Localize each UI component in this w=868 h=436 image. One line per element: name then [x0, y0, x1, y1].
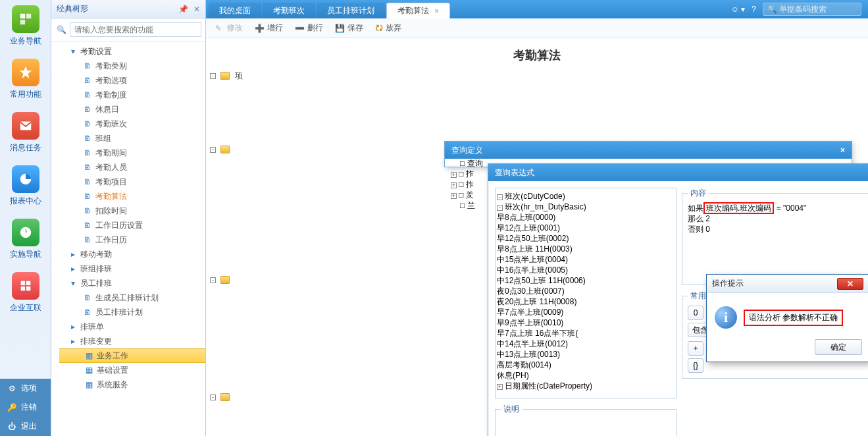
tree-cat-system[interactable]: ▦系统服务 [59, 377, 205, 392]
field-item[interactable]: 休息(PH) [497, 370, 675, 381]
tree-group[interactable]: ▸移动考勤 [59, 247, 205, 261]
op-sym[interactable]: {} [688, 358, 703, 373]
desc-legend: 说明 [501, 404, 522, 415]
tree-item[interactable]: 🗎考勤班次 [59, 117, 205, 131]
file-icon: 🗎 [83, 105, 92, 114]
tab-shift[interactable]: 考勤班次 [263, 3, 315, 18]
page-title: 考勤算法 [206, 38, 868, 70]
grid-icon: ▦ [84, 351, 93, 360]
pin-icon[interactable]: 📌 [178, 5, 188, 14]
barcode-search[interactable]: 🔍 单据条码搜索 [763, 3, 861, 16]
svg-rect-0 [20, 14, 24, 18]
tree-item[interactable]: 🗎扣除时间 [59, 204, 205, 218]
tree-group[interactable]: ▸排班变更 [59, 334, 205, 348]
nav-label: 业务导航 [0, 36, 51, 47]
msgbox-text: 语法分析 参数解析不正确 [744, 310, 843, 326]
field-item[interactable]: 夜0点30上班(0007) [497, 286, 675, 296]
field-item[interactable]: 早8点上班 11H(0003) [497, 244, 675, 254]
tree-item[interactable]: 🗎休息日 [59, 102, 205, 117]
tree-item[interactable]: 🗎考勤选项 [59, 73, 205, 88]
tab-schedule[interactable]: 员工排班计划 [317, 3, 385, 18]
tree-item[interactable]: 🗎工作日历 [59, 232, 205, 247]
nav-reports[interactable]: 报表中心 [0, 160, 51, 213]
tree-group[interactable]: ▸班组排班 [59, 261, 205, 276]
exit-icon: ⏻ [7, 422, 17, 432]
file-icon: 🗎 [83, 293, 92, 302]
tree-cat-business[interactable]: ▦业务工作 [59, 348, 205, 363]
field-tree[interactable]: - 班次(cDutyCode) - 班次(hr_tm_DutyBasic) 早8… [495, 188, 677, 398]
file-icon: 🗎 [83, 221, 92, 230]
gear-icon: ⚙ [7, 383, 17, 394]
nav-business[interactable]: 业务导航 [0, 0, 51, 53]
tree-group-attendance-settings[interactable]: ▾考勤设置 [59, 44, 205, 59]
nav-logout[interactable]: 🔑注销 [0, 398, 51, 417]
field-item[interactable]: 早8点上班(0000) [497, 212, 675, 223]
field-item[interactable]: 夜20点上班 11H(0008) [497, 296, 675, 307]
field-item[interactable]: 中16点半上班(0005) [497, 265, 675, 275]
nav-enterprise[interactable]: 企业互联 [0, 267, 51, 320]
nav-options[interactable]: ⚙选项 [0, 379, 51, 398]
btn-discard[interactable]: 🗘放弃 [375, 22, 401, 34]
nav-label: 企业互联 [0, 302, 51, 313]
svg-marker-3 [19, 67, 31, 78]
field-item[interactable]: 中13点上班(0013) [497, 349, 675, 360]
btn-modify[interactable]: ✎修改 [215, 22, 243, 34]
save-icon: 💾 [335, 24, 345, 33]
tree-item[interactable]: 🗎考勤人员 [59, 160, 205, 175]
help-icon[interactable]: ? [752, 5, 756, 14]
tree-item[interactable]: 🗎考勤项目 [59, 175, 205, 189]
file-icon: 🗎 [83, 61, 92, 70]
field-item[interactable]: 中15点半上班(0004) [497, 254, 675, 265]
tree-item[interactable]: 🗎班组 [59, 131, 205, 146]
msgbox-ok-button[interactable]: 确定 [815, 339, 862, 355]
field-item[interactable]: 中14点半上班(0012) [497, 339, 675, 349]
svg-rect-11 [26, 286, 30, 290]
dlg1-body-peek: □ 查询 + □ 拃 + □ 拃 + □ 羑 □ 兰 [451, 158, 490, 211]
expr-content[interactable]: 如果班次编码.班次编码 = "0004" 那么 2 否则 0 [688, 203, 868, 279]
tree-group[interactable]: ▾员工排班 [59, 276, 205, 290]
tree-item[interactable]: 🗎考勤期间 [59, 146, 205, 160]
tree-cat-base[interactable]: ▦基础设置 [59, 363, 205, 377]
caret-down-icon: ▾ [71, 279, 80, 288]
dialog-close-icon[interactable]: × [840, 146, 845, 155]
field-item[interactable]: 早7点半上班(0009) [497, 307, 675, 317]
tree-item[interactable]: 🗎工作日历设置 [59, 218, 205, 232]
caret-right-icon: ▸ [71, 264, 80, 273]
close-icon[interactable]: ✕ [193, 5, 200, 14]
field-item[interactable]: 早12点50上班(0002) [497, 233, 675, 244]
op-sym[interactable]: + [688, 341, 703, 356]
nav-implement[interactable]: 实施导航 [0, 213, 51, 267]
search-icon: 🔍 [767, 5, 777, 14]
tree-title: 经典树形 [57, 3, 88, 14]
caret-right-icon: ▸ [71, 337, 80, 346]
op-digit[interactable]: 0 [688, 306, 703, 320]
btn-delrow[interactable]: ➖删行 [295, 22, 323, 34]
tree-item[interactable]: 🗎考勤类别 [59, 59, 205, 73]
tab-desktop[interactable]: 我的桌面 [209, 3, 261, 18]
field-item[interactable]: 中12点50上班 11H(0006) [497, 275, 675, 286]
field-item[interactable]: 早9点半上班(0010) [497, 317, 675, 328]
nav-favorites[interactable]: 常用功能 [0, 53, 51, 107]
btn-save[interactable]: 💾保存 [335, 22, 363, 34]
tree-item-active[interactable]: 🗎考勤算法 [59, 189, 205, 204]
field-item[interactable]: 早7点上班 16点半下班( [497, 328, 675, 339]
tab-algorithm[interactable]: 考勤算法× [386, 3, 450, 18]
tree-item[interactable]: 🗎考勤制度 [59, 88, 205, 102]
tree-item[interactable]: 🗎生成员工排班计划 [59, 290, 205, 305]
field-item[interactable]: 高层考勤(0014) [497, 360, 675, 370]
svg-rect-10 [20, 286, 24, 290]
field-item[interactable]: 早12点上班(0001) [497, 223, 675, 233]
btn-addrow[interactable]: ➕增行 [255, 22, 283, 34]
tree-item[interactable]: 🗎员工排班计划 [59, 305, 205, 319]
tree-group[interactable]: ▸排班单 [59, 319, 205, 334]
tree-header: 经典树形 📌 ✕ [51, 0, 205, 18]
tree-search-input[interactable] [70, 22, 201, 37]
caret-right-icon: ▸ [71, 250, 80, 259]
nav-messages[interactable]: 消息任务 [0, 107, 51, 160]
msgbox-close-icon[interactable]: ✕ [837, 278, 863, 290]
tab-close-icon[interactable]: × [434, 7, 439, 16]
file-icon: 🗎 [83, 76, 92, 85]
smile-icon[interactable]: ☺ ▾ [731, 5, 746, 14]
nav-exit[interactable]: ⏻退出 [0, 417, 51, 436]
svg-rect-1 [26, 14, 30, 18]
